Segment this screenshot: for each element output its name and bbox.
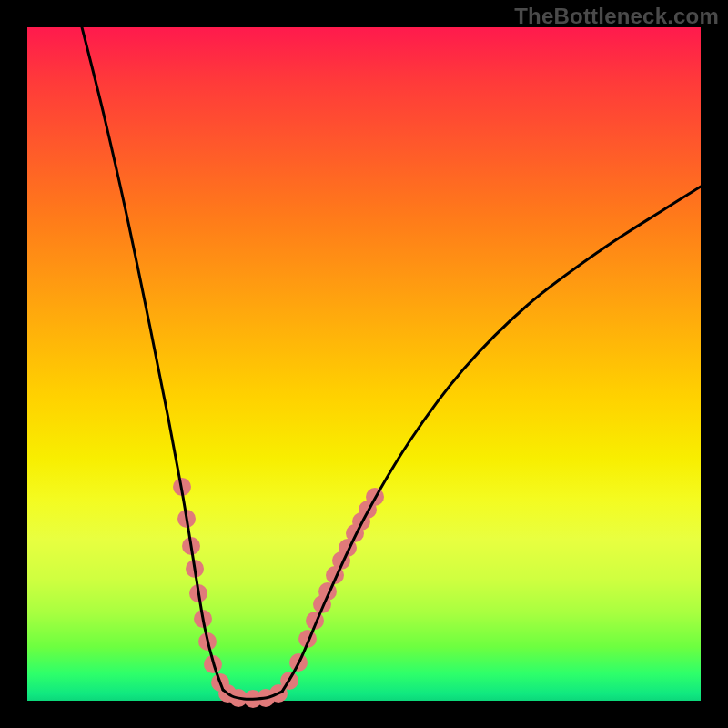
marker-group <box>173 478 384 708</box>
watermark-text: TheBottleneck.com <box>514 4 719 29</box>
plot-area <box>27 27 701 701</box>
curve-right <box>282 187 701 692</box>
chart-frame: TheBottleneck.com <box>0 0 728 728</box>
chart-svg <box>27 27 701 701</box>
